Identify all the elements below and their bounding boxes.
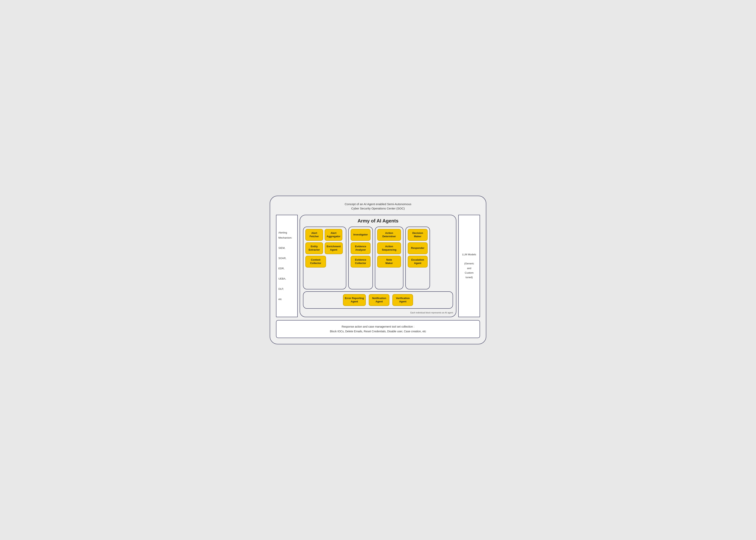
context-collector-block: ContextCollector xyxy=(305,256,326,268)
investigator-block: Investigator xyxy=(351,229,370,241)
note-maker-block: NoteMaker xyxy=(377,256,401,268)
page-title: Concept of an AI Agent enabled Semi-Auto… xyxy=(276,202,480,211)
center-panel: Army of AI Agents AlertFetcher AlertAggr… xyxy=(300,215,456,317)
escalation-agent-block: EscalationAgent xyxy=(408,256,428,268)
error-reporting-agent-block: Error ReportingAgent xyxy=(343,294,366,306)
alert-aggregator-block: AlertAggregator xyxy=(325,229,342,241)
entity-extractor-block: EntityExtractor xyxy=(305,242,323,254)
group-investigation: Investigator EvidenceAnalyzer EvidenceCo… xyxy=(348,226,373,289)
notification-agent-block: NotificationAgent xyxy=(369,294,389,306)
bottom-panel: Response action and case management tool… xyxy=(276,320,480,338)
action-sequencing-block: ActionSequencing xyxy=(377,242,401,254)
group-action: ActionDeterminer ActionSequencing NoteMa… xyxy=(375,226,403,289)
alert-fetcher-block: AlertFetcher xyxy=(305,229,323,241)
group-collection: AlertFetcher AlertAggregator EntityExtra… xyxy=(303,226,346,289)
evidence-analyzer-block: EvidenceAnalyzer xyxy=(351,242,370,254)
group-decision: DecisionMaker Responder EscalationAgent xyxy=(405,226,430,289)
llm-models-text: LLM Models(GenericandCustomtuned) xyxy=(461,252,478,280)
decision-maker-block: DecisionMaker xyxy=(408,229,428,241)
left-panel: AlertingMechanism:SIEM,SOAR,EDR,UEBA,DLP… xyxy=(276,215,298,317)
main-layout: AlertingMechanism:SIEM,SOAR,EDR,UEBA,DLP… xyxy=(276,215,480,317)
responder-block: Responder xyxy=(408,242,428,254)
bottom-panel-text: Response action and case management tool… xyxy=(282,325,474,334)
action-determiner-block: ActionDeterminer xyxy=(377,229,401,241)
right-panel: LLM Models(GenericandCustomtuned) xyxy=(458,215,480,317)
collection-row-1: AlertFetcher AlertAggregator xyxy=(305,229,344,241)
alerting-mechanism-text: AlertingMechanism:SIEM,SOAR,EDR,UEBA,DLP… xyxy=(278,230,295,302)
footnote: Each individual block represents an AI a… xyxy=(303,312,453,314)
enrichment-agent-block: EnrichmentAgent xyxy=(325,242,343,254)
collection-row-2: EntityExtractor EnrichmentAgent xyxy=(305,242,344,254)
agents-grid: AlertFetcher AlertAggregator EntityExtra… xyxy=(303,226,453,289)
collection-row-3: ContextCollector xyxy=(305,256,344,268)
army-title: Army of AI Agents xyxy=(303,218,453,224)
outer-container: Concept of an AI Agent enabled Semi-Auto… xyxy=(270,196,486,344)
bottom-agents-group: Error ReportingAgent NotificationAgent V… xyxy=(303,291,453,309)
verification-agent-block: VerificationAgent xyxy=(392,294,413,306)
evidence-collector-block: EvidenceCollector xyxy=(351,256,370,268)
